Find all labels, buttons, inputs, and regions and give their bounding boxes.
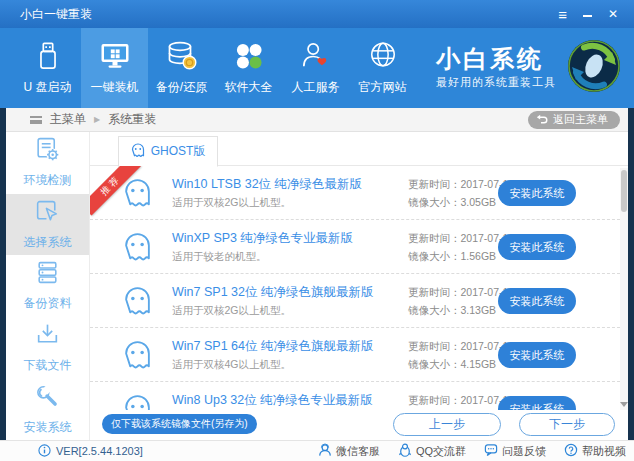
system-row-win7-64: Win7 SP1 64位 纯净绿色旗舰最新版 适用于双核4G以上机型。 更新时间… bbox=[90, 328, 620, 382]
top-nav: U 盘启动 一键装机 bbox=[0, 28, 634, 108]
version-text: VER[2.5.44.1203] bbox=[56, 445, 143, 457]
breadcrumb-root[interactable]: 主菜单 bbox=[50, 111, 86, 128]
download-icon bbox=[34, 321, 61, 351]
step-sidebar: 环境检测 选择系统 bbox=[6, 132, 90, 440]
minimize-icon[interactable] bbox=[583, 15, 592, 17]
system-desc: 适用于双核2G以上机型。 bbox=[172, 304, 291, 318]
qq-group-link[interactable]: QQ交流群 bbox=[398, 443, 466, 459]
brand-slogan: 最好用的系统重装工具 bbox=[436, 75, 556, 90]
system-title[interactable]: Win7 SP1 64位 纯净绿色旗舰最新版 bbox=[172, 338, 373, 355]
nav-item-label: 备份/还原 bbox=[156, 79, 207, 96]
sidebar-item-env-check[interactable]: 环境检测 bbox=[6, 132, 89, 194]
title-bar: 小白一键重装 ≡ ✕ bbox=[0, 0, 634, 28]
system-list-panel: GHOST版 推荐 Win10 LTSB 32位 纯净绿色最新版 适 bbox=[90, 132, 628, 440]
window-title: 小白一键重装 bbox=[20, 6, 92, 23]
nav-item-software[interactable]: 软件大全 bbox=[215, 28, 282, 108]
brand-area: 小白系统 最好用的系统重装工具 bbox=[436, 28, 634, 108]
menu-icon[interactable]: ≡ bbox=[558, 7, 567, 22]
brand-name: 小白系统 bbox=[436, 46, 556, 72]
nav-item-label: U 盘启动 bbox=[24, 79, 72, 96]
nav-item-backup-restore[interactable]: 备份/还原 bbox=[148, 28, 215, 108]
install-system-button[interactable]: 安装此系统 bbox=[498, 180, 576, 206]
penguin-icon bbox=[398, 443, 412, 459]
window-controls: ≡ ✕ bbox=[558, 7, 622, 22]
doc-gear-icon bbox=[34, 136, 61, 166]
ghost-icon bbox=[124, 340, 151, 375]
system-row-win7-32: Win7 SP1 32位 纯净绿色旗舰最新版 适用于双核2G以上机型。 更新时间… bbox=[90, 274, 620, 328]
scroll-down-arrow-icon[interactable] bbox=[620, 402, 628, 407]
sidebar-item-label: 环境检测 bbox=[24, 172, 72, 189]
status-link-label: QQ交流群 bbox=[416, 444, 466, 459]
database-icon bbox=[166, 40, 198, 72]
ghost-icon bbox=[124, 178, 151, 213]
info-icon bbox=[38, 444, 51, 459]
nav-item-label: 官方网站 bbox=[359, 79, 407, 96]
person-heart-icon bbox=[301, 40, 331, 72]
wechat-support-link[interactable]: 微信客服 bbox=[318, 443, 380, 459]
status-links: 微信客服 QQ交流群 bbox=[318, 443, 626, 459]
tab-row: GHOST版 bbox=[90, 132, 628, 166]
breadcrumb-bar: 主菜单 ▶ 系统重装 返回主菜单 bbox=[6, 108, 628, 132]
nav-item-one-key-install[interactable]: 一键装机 bbox=[81, 28, 148, 108]
nav-item-usb-boot[interactable]: U 盘启动 bbox=[14, 28, 81, 108]
system-title[interactable]: Win10 LTSB 32位 纯净绿色最新版 bbox=[172, 176, 362, 193]
list-icon bbox=[30, 116, 42, 124]
nav-item-service[interactable]: 人工服务 bbox=[282, 28, 349, 108]
system-desc: 适用于双核2G以上机型。 bbox=[172, 196, 291, 210]
nav-item-website[interactable]: 官方网站 bbox=[349, 28, 416, 108]
breadcrumb-current: 系统重装 bbox=[108, 111, 156, 128]
sidebar-item-install-system[interactable]: 安装系统 bbox=[6, 378, 89, 440]
install-system-button[interactable]: 安装此系统 bbox=[498, 288, 576, 314]
back-button-label: 返回主菜单 bbox=[553, 112, 608, 127]
help-video-link[interactable]: 帮助视频 bbox=[564, 443, 626, 459]
ghost-icon bbox=[131, 143, 145, 161]
sidebar-item-download-files[interactable]: 下载文件 bbox=[6, 317, 89, 379]
close-icon[interactable]: ✕ bbox=[608, 8, 618, 20]
sidebar-item-label: 选择系统 bbox=[24, 234, 72, 251]
system-title[interactable]: Win7 SP1 32位 纯净绿色旗舰最新版 bbox=[172, 284, 373, 301]
ghost-icon bbox=[124, 232, 151, 267]
headset-icon bbox=[318, 443, 332, 459]
app-window: 小白一键重装 ≡ ✕ U 盘启动 bbox=[0, 0, 634, 461]
ghost-icon bbox=[124, 286, 151, 321]
body: 环境检测 选择系统 bbox=[6, 132, 628, 440]
speech-bubble-icon bbox=[484, 443, 498, 459]
back-to-main-menu-button[interactable]: 返回主菜单 bbox=[528, 111, 620, 129]
system-desc: 适用于双核4G以上机型。 bbox=[172, 358, 291, 372]
globe-icon bbox=[368, 40, 398, 72]
version-info[interactable]: VER[2.5.44.1203] bbox=[38, 444, 143, 459]
install-system-button[interactable]: 安装此系统 bbox=[498, 342, 576, 368]
scrollbar-thumb[interactable] bbox=[621, 170, 627, 212]
usb-icon bbox=[33, 40, 63, 72]
system-row-winxp: WinXP SP3 纯净绿色专业最新版 适用于较老的机型。 更新时间：2017-… bbox=[90, 220, 620, 274]
brand-logo-icon bbox=[566, 38, 622, 98]
system-row-win10: 推荐 Win10 LTSB 32位 纯净绿色最新版 适用于双核2G以上机型。 更… bbox=[90, 166, 620, 220]
sidebar-item-select-system[interactable]: 选择系统 bbox=[6, 194, 89, 256]
apps-clover-icon bbox=[234, 40, 264, 72]
system-title[interactable]: Win8 Up3 32位 纯净绿色专业最新版 bbox=[172, 392, 373, 409]
download-image-only-button[interactable]: 仅下载该系统镜像文件(另存为) bbox=[102, 414, 257, 434]
monitor-icon bbox=[99, 40, 131, 72]
footer-actions: 仅下载该系统镜像文件(另存为) 上一步 下一步 bbox=[90, 410, 628, 440]
nav-item-label: 人工服务 bbox=[292, 79, 340, 96]
system-desc: 适用于较老的机型。 bbox=[172, 250, 267, 264]
next-step-button[interactable]: 下一步 bbox=[519, 413, 615, 436]
sidebar-item-label: 下载文件 bbox=[24, 357, 72, 374]
install-system-button[interactable]: 安装此系统 bbox=[498, 234, 576, 260]
return-arrow-icon bbox=[536, 114, 548, 126]
system-title[interactable]: WinXP SP3 纯净绿色专业最新版 bbox=[172, 230, 353, 247]
status-bar: VER[2.5.44.1203] 微信客服 bbox=[0, 440, 634, 461]
status-link-label: 帮助视频 bbox=[582, 444, 626, 459]
question-icon bbox=[564, 443, 578, 459]
breadcrumb-arrow-icon: ▶ bbox=[94, 115, 100, 124]
sidebar-item-backup-data[interactable]: 备份资料 bbox=[6, 255, 89, 317]
feedback-link[interactable]: 问题反馈 bbox=[484, 443, 546, 459]
wrench-icon bbox=[34, 383, 61, 413]
list-scrollbar[interactable] bbox=[620, 168, 628, 410]
previous-step-button[interactable]: 上一步 bbox=[393, 413, 501, 436]
sidebar-item-label: 备份资料 bbox=[24, 295, 72, 312]
nav-item-label: 软件大全 bbox=[225, 79, 273, 96]
sidebar-item-label: 安装系统 bbox=[24, 419, 72, 436]
window-frame-right bbox=[628, 108, 634, 440]
tab-ghost-edition[interactable]: GHOST版 bbox=[118, 136, 218, 167]
